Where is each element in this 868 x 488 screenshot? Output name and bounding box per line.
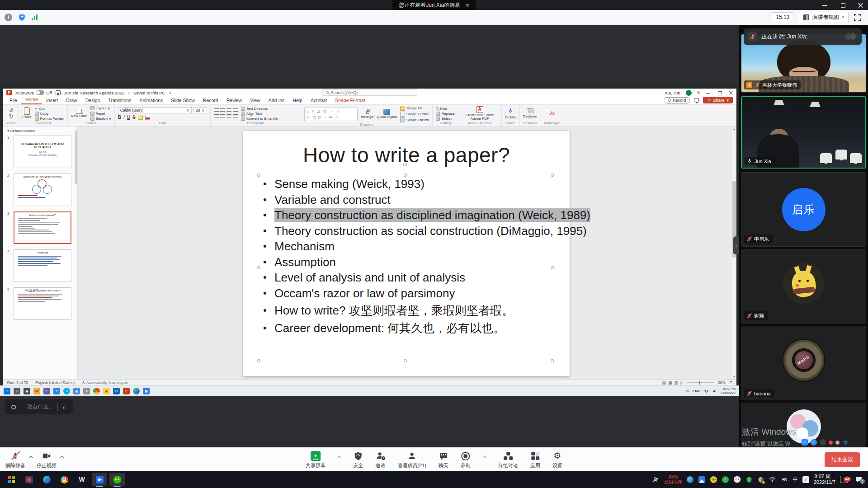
layout-button[interactable]: Layout▾ [90, 106, 111, 111]
selection-handle[interactable] [257, 359, 260, 362]
start-button[interactable] [4, 473, 19, 486]
arrange-button[interactable]: Arrange [361, 109, 373, 119]
redo-icon[interactable]: ↻ [9, 113, 13, 119]
video-tile-2-speaking[interactable]: Jun Xia [741, 96, 866, 169]
settings-button[interactable]: ⚙ 设置 [552, 451, 562, 469]
presenter-weather-icon[interactable]: 74° [33, 388, 40, 394]
document-saved-status[interactable]: Saved to this PC [133, 90, 165, 95]
highlight-color-button[interactable] [138, 115, 143, 120]
zoom-level[interactable]: 66% [718, 380, 726, 385]
presenter-volume-icon[interactable] [712, 387, 717, 395]
shape-outline-button[interactable]: Shape Outline [400, 112, 429, 117]
ppt-search-input[interactable]: Search (Alt+Q) [322, 89, 417, 96]
toggle-off-icon[interactable] [36, 90, 44, 95]
presenter-search-icon[interactable]: ○ [14, 388, 20, 394]
ppt-share-button[interactable]: ↗ Share ▾ [703, 97, 733, 103]
tab-draw[interactable]: Draw [62, 97, 81, 104]
overlay-plus-icon[interactable]: + [811, 439, 817, 446]
tab-help[interactable]: Help [288, 97, 307, 104]
new-slide-button[interactable]: New Slide [71, 109, 87, 118]
mic-options-chevron[interactable] [29, 456, 33, 460]
volume-tray-icon[interactable] [781, 476, 788, 483]
section-label[interactable]: ▾ Default Section [3, 127, 77, 134]
find-button[interactable]: Find [436, 107, 454, 111]
shape-effects-button[interactable]: Shape Effects [400, 117, 429, 122]
video-tile-3[interactable]: 启乐 申启乐 [741, 172, 866, 247]
video-tile-5[interactable]: MAPS banana [741, 326, 866, 400]
taskbar-clock[interactable]: 8:07 周一 2022/11/7 [814, 474, 835, 485]
slide-text-box[interactable]: Sense making (Weick, 1993) Variable and … [259, 176, 558, 336]
tab-animations[interactable]: Animations [135, 97, 167, 104]
select-button[interactable]: Select [436, 117, 454, 121]
taskbar-app-icon[interactable] [21, 473, 37, 486]
chat-input-placeholder[interactable]: 说点什么... [27, 403, 53, 411]
strikethrough-button[interactable]: S [132, 115, 136, 120]
close-button[interactable] [858, 2, 863, 8]
align-center-icon[interactable] [220, 114, 225, 118]
taskbar-wechat-icon[interactable] [109, 473, 125, 486]
presenter-chrome-icon[interactable] [93, 388, 100, 394]
security-shield-icon[interactable]: + [18, 13, 26, 21]
presenter-ime-indicator[interactable]: ENG [693, 389, 700, 393]
bold-button[interactable]: B [118, 115, 121, 120]
mathtype-button[interactable]: √x [549, 112, 555, 116]
defender-tray-icon[interactable] [757, 476, 764, 483]
selection-handle[interactable] [257, 174, 260, 177]
presenter-people-icon[interactable]: ◉ [73, 388, 80, 394]
browser-tray-icon[interactable] [687, 476, 694, 483]
camera-options-chevron[interactable] [60, 456, 65, 460]
teams-chat-icon[interactable]: 2 [855, 476, 863, 483]
notes-view-icon[interactable]: ▤ [662, 380, 666, 385]
wechat-tray-icon[interactable] [734, 476, 741, 483]
presenter-photos-icon[interactable]: ▦ [143, 388, 150, 394]
ppt-restore-button[interactable] [717, 91, 722, 95]
selection-handle[interactable] [404, 174, 407, 177]
panel-collapse-handle[interactable]: › [733, 236, 739, 254]
taskbar-meeting-icon[interactable] [92, 473, 107, 486]
tab-insert[interactable]: Insert [42, 97, 62, 104]
share-screen-button[interactable]: 共享屏幕 [306, 451, 326, 469]
pc-manager-tray-icon[interactable]: ✓ [802, 476, 809, 483]
view-mode-button[interactable]: 演讲者视图 ▾ [799, 12, 849, 23]
bullets-icon[interactable] [214, 108, 219, 113]
presenter-outlook-icon[interactable]: O [113, 388, 120, 394]
format-painter-button[interactable]: Format Painter [35, 117, 64, 121]
copy-button[interactable]: Copy [35, 112, 64, 116]
slideshow-view-icon[interactable]: ▷ [680, 380, 684, 385]
overlay-check-icon[interactable]: ✓ [802, 439, 808, 446]
minimize-button[interactable] [822, 2, 827, 8]
underline-button[interactable]: U [127, 115, 130, 120]
banner-menu-icon[interactable]: ≡ [466, 2, 469, 9]
thumbnail-scrollbar[interactable] [75, 130, 77, 184]
indent-icon[interactable] [226, 108, 231, 113]
slide-thumbnail-3-selected[interactable]: 3 How to write a paper? [14, 211, 71, 244]
slide-thumbnail-2[interactable]: 2 Summary of Research Interests [14, 174, 71, 206]
breakout-rooms-button[interactable]: 分组讨论 [498, 451, 518, 469]
memory-usage-indicator[interactable]: 83% 已用内存 [664, 474, 682, 485]
font-name-select[interactable]: Calibri (Body)∨ [118, 107, 192, 113]
tab-file[interactable]: File [5, 97, 21, 104]
normal-view-icon[interactable]: ▦ [668, 380, 672, 385]
selection-handle[interactable] [551, 266, 554, 269]
ppt-minimize-button[interactable] [706, 91, 710, 95]
tab-add-ins[interactable]: Add-ins [264, 97, 289, 104]
meeting-info-icon[interactable]: i [5, 14, 12, 21]
align-right-icon[interactable] [226, 114, 231, 118]
coin-tray-icon[interactable] [710, 476, 717, 483]
antivirus-tray-icon[interactable] [745, 476, 753, 483]
record-button[interactable]: 录制 [461, 451, 471, 469]
selection-handle[interactable] [404, 359, 407, 362]
rotate-handle[interactable] [403, 163, 407, 166]
language-indicator[interactable]: English (United States) [35, 380, 75, 385]
ime-indicator[interactable]: 中 [793, 476, 798, 483]
slide-thumbnail-4[interactable]: 4 Readings [14, 249, 71, 282]
dictate-button[interactable]: Dictate [505, 108, 516, 119]
photos-tray-icon[interactable] [698, 476, 706, 483]
unmute-button[interactable]: 解除静音 [5, 451, 25, 469]
undo-icon[interactable]: ↺ [9, 108, 13, 113]
paste-button[interactable]: Paste [22, 108, 31, 119]
selection-handle[interactable] [551, 174, 554, 177]
end-meeting-button[interactable]: 结束会议 [825, 452, 860, 467]
numbering-icon[interactable] [220, 108, 225, 113]
manage-members-button[interactable]: 管理成员(21) [397, 451, 426, 469]
